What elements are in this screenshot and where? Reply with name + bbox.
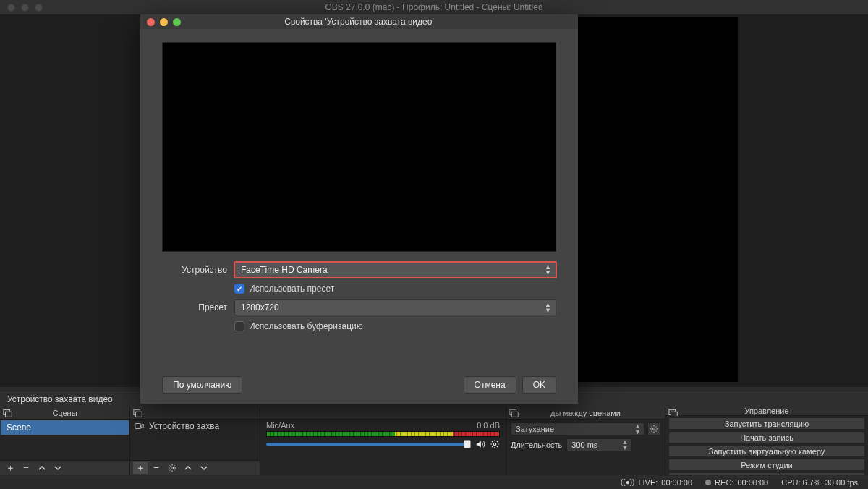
use-buffering-checkbox[interactable]: [234, 321, 244, 331]
rec-time: 00:00:00: [737, 478, 768, 487]
svg-rect-8: [512, 412, 519, 417]
defaults-button[interactable]: По умолчанию: [162, 376, 242, 394]
scenes-footer: ＋ −: [0, 460, 129, 475]
transition-select[interactable]: Затухание ▲▼: [511, 422, 644, 435]
use-buffering-label[interactable]: Использовать буферизацию: [249, 321, 363, 331]
start-virtual-cam-button[interactable]: Запустить виртуальную камеру: [668, 445, 865, 457]
status-bar: ((●)) LIVE: 00:00:00 REC: 00:00:00 CPU: …: [0, 475, 868, 489]
dialog-buttons: По умолчанию Отмена OK: [140, 369, 578, 404]
selected-source-name: Устройство захвата видео: [7, 394, 113, 404]
properties-dialog: Свойства 'Устройство захвата видео' Устр…: [140, 14, 578, 404]
preset-row: Пресет 1280x720 ▲▼: [162, 299, 556, 315]
controls-panel: Управление Запустить трансляцию Начать з…: [665, 407, 868, 475]
dialog-titlebar[interactable]: Свойства 'Устройство захвата видео': [140, 14, 578, 29]
vu-meter: [266, 431, 500, 437]
remove-scene-button[interactable]: −: [19, 462, 33, 474]
chevron-updown-icon: ▲▼: [621, 439, 628, 451]
chevron-updown-icon: ▲▼: [545, 302, 551, 313]
cancel-button[interactable]: Отмена: [464, 376, 516, 394]
scenes-panel: Сцены Scene ＋ −: [0, 407, 130, 475]
cpu-text: CPU: 6.7%, 30.00 fps: [781, 478, 858, 487]
sources-list[interactable]: Устройство захва: [130, 420, 260, 460]
bottom-panels: Сцены Scene ＋ − Устройство захва: [0, 407, 868, 475]
sources-footer: ＋ −: [130, 460, 260, 475]
main-titlebar: OBS 27.0.0 (mac) - Профиль: Untitled - С…: [0, 0, 868, 14]
source-item[interactable]: Устройство захва: [130, 420, 260, 433]
device-select[interactable]: FaceTime HD Camera ▲▼: [234, 262, 556, 278]
mixer-channel: Mic/Aux 0.0 dB: [260, 420, 506, 451]
svg-point-9: [653, 428, 655, 430]
svg-rect-4: [135, 424, 141, 429]
chevron-updown-icon: ▲▼: [545, 264, 551, 276]
scenes-header-label: Сцены: [52, 409, 77, 417]
speaker-icon[interactable]: [475, 439, 485, 449]
svg-rect-3: [136, 412, 142, 417]
preset-label: Пресет: [162, 302, 227, 312]
dialog-form: Устройство FaceTime HD Camera ▲▼ Использ…: [140, 259, 578, 334]
rec-status: REC: 00:00:00: [705, 478, 768, 487]
chevron-updown-icon: ▲▼: [634, 423, 641, 435]
transition-settings-button[interactable]: [647, 422, 660, 435]
mixer-channel-db: 0.0 dB: [477, 421, 500, 430]
transitions-body: Затухание ▲▼ Длительность 300 ms ▲▼: [506, 420, 665, 475]
mixer-channel-name: Mic/Aux: [266, 421, 294, 430]
record-dot-icon: [705, 480, 711, 485]
scene-down-button[interactable]: [51, 462, 65, 474]
scenes-header: Сцены: [0, 407, 129, 420]
remove-source-button[interactable]: −: [149, 462, 163, 474]
device-row: Устройство FaceTime HD Camera ▲▼: [162, 262, 556, 278]
slider-thumb[interactable]: [464, 440, 471, 448]
start-recording-button[interactable]: Начать запись: [668, 431, 865, 443]
controls-header-label: Управление: [744, 407, 788, 415]
dock-icon[interactable]: [133, 408, 143, 418]
volume-slider-row: [266, 439, 500, 449]
live-label: LIVE:: [638, 478, 658, 487]
scene-item[interactable]: Scene: [0, 420, 129, 435]
dock-icon[interactable]: [509, 408, 519, 418]
transitions-header: ды между сценами: [506, 407, 665, 420]
svg-point-5: [171, 467, 174, 469]
transition-value: Затухание: [516, 425, 554, 433]
dialog-title: Свойства 'Устройство захвата видео': [140, 17, 578, 27]
source-down-button[interactable]: [197, 462, 211, 474]
ok-button[interactable]: OK: [522, 376, 556, 394]
transitions-panel: ды между сценами Затухание ▲▼ Длительнос…: [506, 407, 665, 475]
start-streaming-button[interactable]: Запустить трансляцию: [668, 417, 865, 430]
mixer-header: [260, 407, 506, 420]
mixer-body: Mic/Aux 0.0 dB: [260, 420, 506, 475]
transitions-header-label: ды между сценами: [550, 409, 621, 417]
cpu-status: CPU: 6.7%, 30.00 fps: [781, 478, 858, 487]
gear-icon[interactable]: [490, 439, 500, 449]
source-item-label: Устройство захва: [149, 421, 219, 431]
duration-value: 300 ms: [571, 441, 597, 449]
preset-value: 1280x720: [241, 302, 279, 312]
live-status: ((●)) LIVE: 00:00:00: [621, 478, 692, 487]
preset-select[interactable]: 1280x720 ▲▼: [234, 299, 556, 315]
dock-icon[interactable]: [3, 408, 13, 418]
volume-slider[interactable]: [266, 443, 471, 446]
source-up-button[interactable]: [181, 462, 195, 474]
use-preset-checkbox[interactable]: [234, 284, 244, 294]
device-label: Устройство: [162, 265, 227, 275]
dialog-preview: [162, 42, 556, 252]
svg-rect-1: [6, 412, 12, 417]
studio-mode-button[interactable]: Режим студии: [668, 459, 865, 471]
controls-header: Управление: [665, 407, 868, 416]
duration-label: Длительность: [511, 441, 562, 449]
use-preset-label[interactable]: Использовать пресет: [249, 284, 334, 294]
live-time: 00:00:00: [661, 478, 692, 487]
device-value: FaceTime HD Camera: [241, 265, 328, 275]
broadcast-icon: ((●)): [621, 478, 634, 486]
sources-panel: Устройство захва ＋ −: [130, 407, 260, 475]
use-preset-row: Использовать пресет: [234, 284, 556, 294]
add-source-button[interactable]: ＋: [133, 462, 148, 474]
use-buffering-row: Использовать буферизацию: [234, 321, 556, 331]
duration-input[interactable]: 300 ms ▲▼: [566, 438, 631, 451]
app-title: OBS 27.0.0 (mac) - Профиль: Untitled - С…: [0, 2, 868, 12]
add-scene-button[interactable]: ＋: [3, 462, 17, 474]
scene-up-button[interactable]: [35, 462, 49, 474]
camera-icon: [135, 421, 145, 431]
source-properties-button[interactable]: [165, 462, 179, 474]
scenes-list[interactable]: Scene: [0, 420, 129, 460]
sources-header: [130, 407, 260, 420]
